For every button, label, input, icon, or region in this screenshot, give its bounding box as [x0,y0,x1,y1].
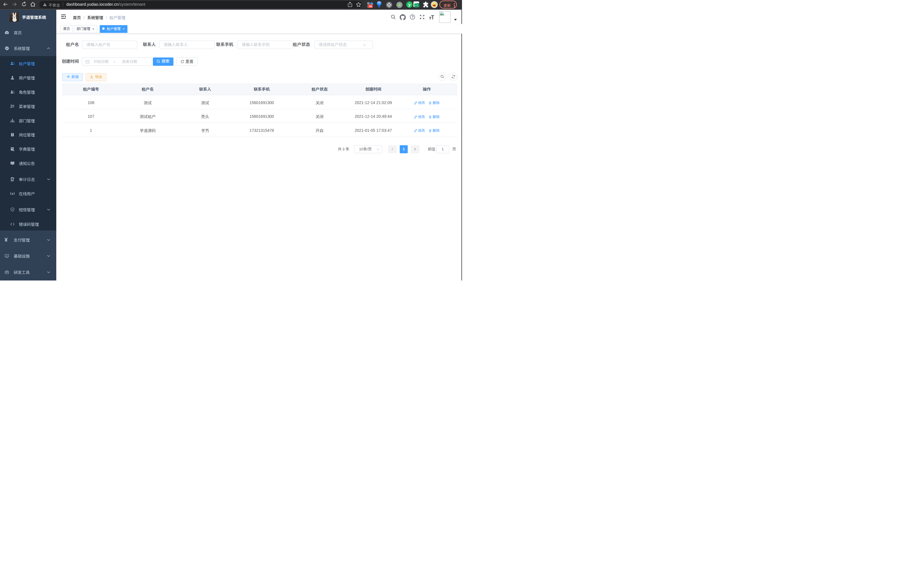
svg-text:y: y [408,2,411,7]
